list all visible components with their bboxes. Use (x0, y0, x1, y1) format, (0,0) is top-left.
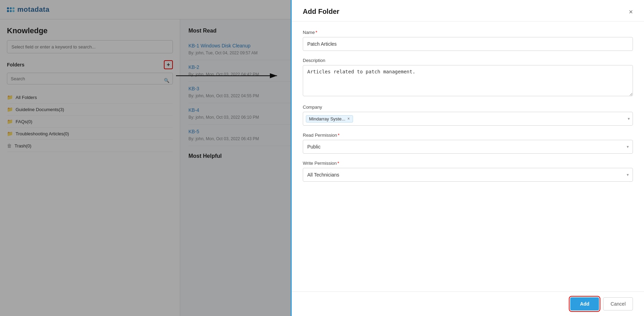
write-permission-field-group: Write Permission* All Technicians Public… (303, 161, 633, 182)
add-folder-modal: Add Folder × Name* Description Articles … (291, 0, 644, 316)
tag-remove-button[interactable]: × (347, 116, 350, 121)
write-permission-select[interactable]: All Technicians Public Private (303, 168, 633, 182)
name-field-group: Name* (303, 30, 633, 51)
modal-footer: Add Cancel (292, 291, 644, 316)
name-label: Name* (303, 30, 633, 35)
add-button[interactable]: Add (570, 297, 599, 310)
read-permission-field-group: Read Permission* Public Private All Tech… (303, 133, 633, 154)
company-tag: Mindarray Syste... × (306, 115, 353, 123)
description-field-group: Description Articles related to patch ma… (303, 58, 633, 98)
description-label: Description (303, 58, 633, 63)
modal-title: Add Folder (303, 8, 339, 16)
company-field-group: Company Mindarray Syste... × ▾ (303, 105, 633, 126)
name-input[interactable] (303, 37, 633, 51)
company-select[interactable]: Mindarray Syste... × ▾ (303, 112, 633, 126)
modal-header: Add Folder × (292, 0, 644, 21)
write-permission-label: Write Permission* (303, 161, 633, 166)
read-permission-select[interactable]: Public Private All Technicians (303, 140, 633, 154)
read-permission-label: Read Permission* (303, 133, 633, 138)
modal-body: Name* Description Articles related to pa… (292, 21, 644, 291)
description-input[interactable]: Articles related to patch management. (303, 65, 633, 96)
chevron-down-icon: ▾ (628, 116, 630, 121)
cancel-button[interactable]: Cancel (603, 297, 633, 310)
company-label: Company (303, 105, 633, 110)
modal-close-button[interactable]: × (629, 8, 633, 15)
read-permission-select-wrap: Public Private All Technicians ▾ (303, 140, 633, 154)
write-permission-select-wrap: All Technicians Public Private ▾ (303, 168, 633, 182)
